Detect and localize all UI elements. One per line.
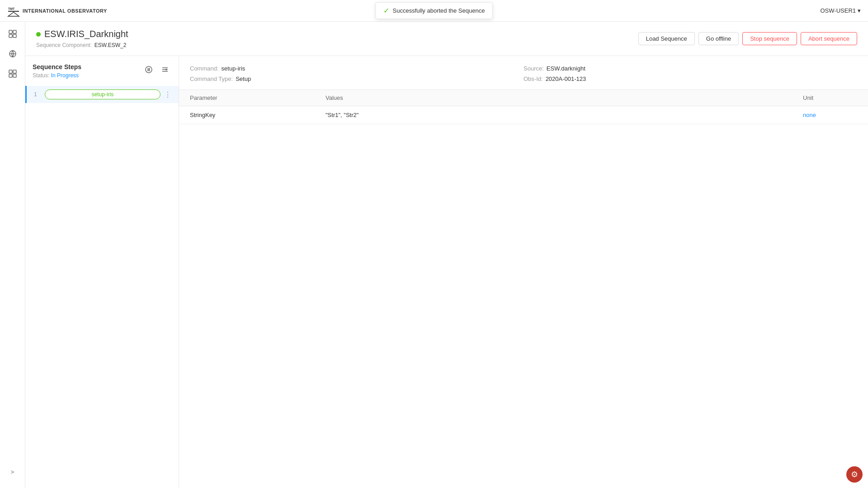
row-parameter: StringKey [190,112,326,118]
sequence-status: Status: In Progress [33,72,81,79]
main-layout: > ESW.IRIS_Darknight Sequence Component:… [0,22,868,488]
obs-id-field: Obs-Id: 2020A-001-123 [524,75,857,82]
svg-rect-12 [13,74,16,77]
svg-rect-9 [9,70,12,73]
status-value: In Progress [51,72,79,79]
bottom-settings-icon[interactable]: ⚙ [846,466,863,483]
command-type-label: Command Type: [190,75,233,82]
svg-rect-3 [9,30,12,33]
source-label: Source: [524,65,544,72]
toast-message: Successfully aborted the Sequence [393,7,485,14]
observation-icon [8,49,17,60]
load-sequence-button[interactable]: Load Sequence [638,32,695,45]
pause-button[interactable] [142,63,155,76]
content-area: ESW.IRIS_Darknight Sequence Component: E… [25,22,868,488]
command-type-field: Command Type: Setup [190,75,524,82]
sequence-icon [8,69,17,80]
page-header: ESW.IRIS_Darknight Sequence Component: E… [25,22,868,56]
source-field: Source: ESW.darknight [524,65,857,72]
list-options-button[interactable] [159,63,171,76]
stop-sequence-button[interactable]: Stop sequence [742,32,797,45]
status-indicator [36,32,41,37]
svg-marker-2 [8,12,19,16]
header-center: ✓ Successfully aborted the Sequence [376,2,493,19]
svg-rect-10 [13,70,16,73]
command-field: Command: setup-iris [190,65,524,72]
sidebar-item-dashboard[interactable] [4,25,22,43]
page-header-left: ESW.IRIS_Darknight Sequence Component: E… [36,29,128,48]
table-row: StringKey "Str1", "Str2" none [179,106,868,124]
sidebar: > [0,22,25,488]
svg-rect-5 [9,34,12,38]
sidebar-item-observation[interactable] [4,45,22,63]
svg-text:TMT: TMT [8,7,15,10]
page-header-right: Load Sequence Go offline Stop sequence A… [638,32,857,45]
col-parameter-header: Parameter [190,94,326,101]
go-offline-button[interactable]: Go offline [698,32,739,45]
svg-rect-15 [149,68,150,71]
svg-rect-14 [148,68,149,71]
user-menu[interactable]: OSW-USER1 ▾ [821,7,861,14]
row-unit: none [803,112,857,118]
svg-rect-6 [13,34,16,38]
username-label: OSW-USER1 [821,7,856,14]
detail-header: Command: setup-iris Source: ESW.darknigh… [179,56,868,90]
app-title: INTERNATIONAL OBSERVATORY [23,8,107,14]
obs-id-label: Obs-Id: [524,75,543,82]
svg-rect-4 [13,30,16,33]
page-title-row: ESW.IRIS_Darknight [36,29,128,39]
panel-controls [142,63,171,76]
sidebar-expand-button[interactable]: > [7,466,18,477]
parameter-table: Parameter Values Unit StringKey "Str1", … [179,90,868,488]
main-content: Sequence Steps Status: In Progress [25,56,868,488]
row-values: "Str1", "Str2" [326,112,803,118]
tmt-logo-icon: TMT [7,5,20,17]
detail-panel: Command: setup-iris Source: ESW.darknigh… [179,56,868,488]
svg-rect-11 [9,74,12,77]
step-item[interactable]: 1 setup-iris ⋮ [25,86,179,103]
status-label: Status: [33,72,49,79]
svg-point-13 [146,66,152,73]
abort-sequence-button[interactable]: Abort sequence [801,32,857,45]
step-badge: setup-iris [45,89,160,99]
command-value: setup-iris [222,65,245,72]
success-toast: ✓ Successfully aborted the Sequence [376,2,493,19]
source-value: ESW.darknight [547,65,585,72]
sequence-steps-title: Sequence Steps [33,63,81,70]
component-label: Sequence Component: [36,42,92,48]
sequence-panel-title-block: Sequence Steps Status: In Progress [33,63,81,79]
header-left: TMT INTERNATIONAL OBSERVATORY [7,5,107,17]
dashboard-icon [8,29,17,40]
step-list: 1 setup-iris ⋮ [25,82,179,107]
sidebar-item-sequence[interactable] [4,65,22,83]
app-logo: TMT INTERNATIONAL OBSERVATORY [7,5,107,17]
sequence-component-row: Sequence Component: ESW.ESW_2 [36,42,128,48]
svg-rect-1 [8,11,19,12]
sequence-steps-panel: Sequence Steps Status: In Progress [25,56,179,488]
step-more-icon[interactable]: ⋮ [164,90,171,99]
obs-id-value: 2020A-001-123 [546,75,586,82]
command-label: Command: [190,65,219,72]
chevron-down-icon: ▾ [858,7,861,14]
success-check-icon: ✓ [383,6,389,15]
app-header: TMT INTERNATIONAL OBSERVATORY ✓ Successf… [0,0,868,22]
col-values-header: Values [326,94,803,101]
command-type-value: Setup [236,75,251,82]
col-unit-header: Unit [803,94,857,101]
sequence-panel-header: Sequence Steps Status: In Progress [25,56,179,82]
page-title: ESW.IRIS_Darknight [44,29,128,39]
header-right: OSW-USER1 ▾ [821,7,861,14]
component-value: ESW.ESW_2 [94,42,127,48]
table-header: Parameter Values Unit [179,90,868,106]
chevron-right-icon: > [11,469,14,475]
step-number: 1 [34,91,41,98]
